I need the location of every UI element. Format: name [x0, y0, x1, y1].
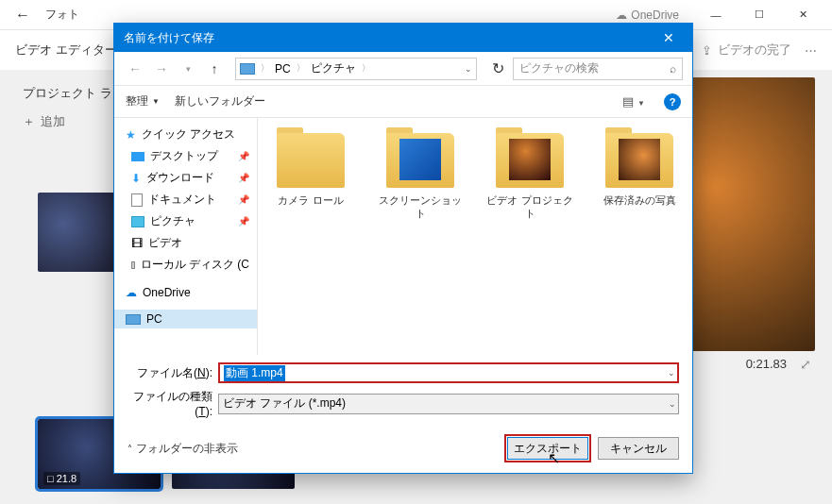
app-title: フォト — [38, 7, 616, 23]
tree-localdisk[interactable]: ローカル ディスク (C — [114, 254, 257, 276]
folder-video-projects[interactable]: ビデオ プロジェクト — [484, 133, 575, 221]
pin-icon: 📌 — [238, 173, 249, 183]
maximize-button[interactable]: ☐ — [738, 0, 781, 30]
chevron-up-icon: ˄ — [127, 444, 132, 454]
dialog-nav: ← → ▾ ↑ 〉 PC 〉 ピクチャ 〉 ⌄ ↻ ピクチャの検索 ⌕ — [114, 52, 692, 86]
document-icon — [131, 193, 143, 207]
library-thumbnail[interactable] — [38, 193, 123, 272]
back-icon[interactable]: ← — [8, 7, 38, 24]
tree-quick-access[interactable]: ★クイック アクセス — [114, 124, 257, 145]
disk-icon — [131, 261, 135, 269]
dialog-footer: ˄ フォルダーの非表示 エクスポート キャンセル ↖ — [114, 428, 692, 473]
dropdown-icon[interactable]: ⌄ — [668, 368, 675, 378]
filetype-label: ファイルの種類(T): — [127, 389, 218, 418]
tree-videos[interactable]: 🎞ビデオ — [114, 232, 257, 254]
desktop-icon — [131, 152, 144, 161]
dialog-fields: ファイル名(N): 動画 1.mp4 ⌄ ファイルの種類(T): ビデオ ファイ… — [114, 355, 692, 428]
pc-icon — [126, 314, 141, 325]
tree-desktop[interactable]: デスクトップ📌 — [114, 145, 257, 167]
cloud-icon: ☁ — [616, 8, 627, 22]
dialog-close-button[interactable]: ✕ — [654, 30, 683, 45]
nav-forward-button: → — [150, 58, 173, 80]
pc-icon — [240, 63, 255, 75]
view-mode-button[interactable]: ▤ ▼ — [619, 94, 649, 109]
cloud-icon: ☁ — [126, 286, 137, 299]
close-button[interactable]: ✕ — [781, 0, 824, 30]
save-as-dialog: 名前を付けて保存 ✕ ← → ▾ ↑ 〉 PC 〉 ピクチャ 〉 ⌄ ↻ ピクチ… — [113, 23, 693, 474]
chevron-right-icon: 〉 — [261, 62, 269, 75]
tree-pictures[interactable]: ピクチャ📌 — [114, 210, 257, 232]
dropdown-icon[interactable]: ⌄ — [669, 399, 676, 409]
search-input[interactable]: ピクチャの検索 ⌕ — [513, 58, 683, 80]
dialog-toolbar: 整理 ▼ 新しいフォルダー ▤ ▼ ? — [114, 86, 692, 118]
chevron-right-icon: 〉 — [362, 62, 370, 75]
organize-menu[interactable]: 整理 ▼ — [126, 93, 160, 109]
star-icon: ★ — [126, 128, 136, 142]
minimize-button[interactable]: ― — [694, 0, 738, 30]
tree-pc[interactable]: PC — [114, 310, 257, 328]
hide-folders-toggle[interactable]: ˄ フォルダーの非表示 — [127, 441, 238, 457]
nav-recent-button[interactable]: ▾ — [177, 58, 199, 80]
nav-back-button[interactable]: ← — [124, 58, 146, 80]
chevron-right-icon: 〉 — [297, 62, 305, 75]
dropdown-icon[interactable]: ⌄ — [465, 64, 472, 74]
export-icon: ⇪ — [702, 43, 712, 58]
folder-screenshots[interactable]: スクリーンショット — [375, 133, 466, 221]
expand-icon[interactable]: ⤢ — [800, 357, 811, 372]
dialog-titlebar: 名前を付けて保存 ✕ — [114, 24, 692, 52]
pin-icon: 📌 — [238, 151, 249, 161]
filename-input[interactable]: 動画 1.mp4 ⌄ — [218, 362, 679, 383]
dropdown-icon: ▼ — [152, 97, 160, 106]
new-folder-button[interactable]: 新しいフォルダー — [175, 93, 265, 109]
folder-camera-roll[interactable]: カメラ ロール — [265, 133, 356, 207]
help-button[interactable]: ? — [664, 93, 681, 110]
address-bar[interactable]: 〉 PC 〉 ピクチャ 〉 ⌄ — [235, 58, 477, 80]
file-list[interactable]: カメラ ロール スクリーンショット ビデオ プロジェクト 保存済みの写真 — [258, 118, 692, 355]
film-icon: 🎞 — [131, 237, 143, 250]
tree-documents[interactable]: ドキュメント📌 — [114, 189, 257, 210]
download-icon: ⬇ — [131, 172, 141, 185]
preview-duration: 0:21.83 — [746, 357, 787, 371]
search-icon: ⌕ — [670, 62, 676, 76]
pin-icon: 📌 — [238, 194, 249, 205]
filename-label: ファイル名(N): — [127, 365, 218, 381]
pin-icon: 📌 — [238, 216, 249, 227]
tree-onedrive[interactable]: ☁OneDrive — [114, 283, 257, 302]
onedrive-status[interactable]: ☁ OneDrive — [616, 8, 679, 22]
plus-icon: ＋ — [23, 113, 35, 130]
nav-up-button[interactable]: ↑ — [203, 58, 226, 80]
refresh-button[interactable]: ↻ — [486, 59, 509, 77]
cancel-button[interactable]: キャンセル — [598, 437, 679, 460]
dialog-title: 名前を付けて保存 — [124, 30, 654, 46]
more-icon[interactable]: ⋯ — [805, 43, 817, 58]
nav-tree: ★クイック アクセス デスクトップ📌 ⬇ダウンロード📌 ドキュメント📌 ピクチャ… — [114, 118, 258, 355]
export-button[interactable]: エクスポート — [507, 437, 588, 460]
picture-icon — [131, 216, 144, 227]
folder-saved-photos[interactable]: 保存済みの写真 — [594, 133, 685, 207]
tree-downloads[interactable]: ⬇ダウンロード📌 — [114, 167, 257, 189]
finish-video-button[interactable]: ⇪ ビデオの完了 — [702, 42, 791, 59]
filetype-select[interactable]: ビデオ ファイル (*.mp4) ⌄ — [218, 394, 679, 414]
